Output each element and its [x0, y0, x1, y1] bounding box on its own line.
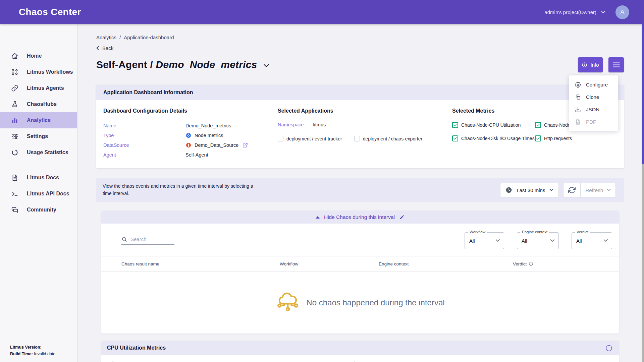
checkbox-label: deployment / chaos-exporter	[363, 136, 422, 141]
checkbox-label: deployment / event-tracker	[286, 136, 342, 141]
sidebar: Home Litmus Workflows Litmus Agents Chao…	[0, 24, 77, 362]
metric-checkbox-cpu-utilization[interactable]: Chaos-Node-CPU Utilization	[452, 122, 535, 128]
breadcrumb-separator: /	[119, 35, 121, 40]
sidebar-item-community[interactable]: Community	[0, 202, 77, 218]
menu-item-label: PDF	[586, 119, 596, 125]
workflows-icon	[11, 68, 18, 76]
cpu-metrics-title: CPU Utilization Metrics	[107, 345, 166, 351]
build-time-value: Invalid date	[34, 352, 55, 356]
external-link-icon[interactable]	[243, 142, 248, 148]
workflow-filter-select[interactable]: Workflow All	[465, 232, 504, 249]
app-header: Chaos Center admin's project(Owner) A	[0, 0, 644, 24]
menu-item-json[interactable]: JSON	[569, 103, 618, 116]
hide-chaos-toggle[interactable]: Hide Chaos during this interval	[101, 211, 619, 224]
sliders-icon	[11, 133, 18, 140]
sidebar-item-label: Litmus Workflows	[27, 69, 73, 75]
empty-state: No chaos happened during the interval	[101, 272, 619, 334]
caret-up-icon	[316, 216, 320, 219]
dashboard-info-title: Application Dashboard Information	[103, 89, 193, 96]
verdict-filter-select[interactable]: Verdict All	[572, 232, 612, 249]
scrollbar-thumb[interactable]	[642, 24, 644, 164]
breadcrumb: Analytics / Application-dashboard	[96, 34, 624, 40]
scrollbar	[642, 24, 644, 362]
menu-item-label: JSON	[586, 107, 599, 112]
info-button[interactable]: Info	[578, 57, 603, 72]
checkbox-checked-icon[interactable]	[452, 135, 458, 141]
back-button[interactable]: Back	[96, 45, 120, 51]
sidebar-item-home[interactable]: Home	[0, 48, 77, 64]
sidebar-nav: Home Litmus Workflows Litmus Agents Chao…	[0, 48, 77, 218]
dashboard-switcher[interactable]	[264, 62, 269, 67]
time-range-value: Last 30 mins	[517, 187, 545, 193]
breadcrumb-analytics[interactable]: Analytics	[96, 35, 116, 40]
flask-icon	[11, 101, 18, 108]
info-circle-icon	[529, 261, 533, 266]
search-input[interactable]	[130, 236, 171, 242]
chevron-down-icon	[264, 64, 269, 67]
gear-icon	[575, 82, 581, 88]
engine-context-filter-select[interactable]: Engine context All	[517, 232, 559, 249]
sidebar-item-label: Community	[27, 207, 56, 213]
prometheus-icon	[185, 142, 192, 148]
chaos-controls-row: Workflow All Engine context All Verdict …	[101, 224, 619, 251]
version-label: Litmus Version:	[10, 345, 42, 350]
bar-chart-icon	[11, 117, 18, 124]
checkbox-checked-icon[interactable]	[535, 122, 541, 128]
config-row-agent: Agent Self-Agent	[103, 151, 278, 158]
chaos-table-header: Chaos result name Workflow Engine contex…	[101, 256, 619, 272]
build-time-label: Build Time:	[10, 352, 33, 356]
back-label: Back	[102, 45, 113, 51]
sidebar-item-analytics[interactable]: Analytics	[0, 112, 77, 128]
sidebar-item-label: Usage Statistics	[27, 149, 68, 156]
project-selector[interactable]: admin's project(Owner)	[544, 9, 605, 15]
checkbox-unchecked-icon[interactable]	[278, 136, 283, 141]
checkbox-checked-icon[interactable]	[452, 122, 458, 128]
application-checkbox-chaos-exporter[interactable]: deployment / chaos-exporter	[354, 136, 422, 141]
link-icon	[11, 84, 18, 92]
chevron-down-icon	[601, 11, 605, 13]
menu-item-label: Configure	[586, 82, 608, 87]
column-verdict: Verdict	[513, 261, 527, 266]
avatar-initial: A	[621, 9, 624, 15]
interval-description: View the chaos events and metrics in a g…	[103, 183, 254, 197]
file-icon	[575, 119, 581, 125]
column-workflow: Workflow	[280, 261, 379, 266]
application-checkbox-event-tracker[interactable]: deployment / event-tracker	[278, 136, 342, 141]
collapse-section-button[interactable]	[605, 345, 612, 352]
minus-circle-icon	[605, 345, 612, 352]
sidebar-item-label: Litmus Agents	[27, 85, 64, 91]
metric-checkbox-disk-io-times[interactable]: Chaos-Node-Disk I/O Usage Times	[452, 135, 535, 141]
sidebar-item-litmus-docs[interactable]: Litmus Docs	[0, 170, 77, 186]
dashboard-info-header: Application Dashboard Information	[96, 85, 624, 100]
checkbox-unchecked-icon[interactable]	[354, 136, 360, 141]
dashboard-info-card: Application Dashboard Information Dashbo…	[96, 85, 624, 168]
time-range-select[interactable]: Last 30 mins	[500, 183, 559, 197]
sidebar-item-settings[interactable]: Settings	[0, 128, 77, 144]
scrollbar-track[interactable]	[642, 164, 644, 362]
sidebar-item-label: Home	[27, 53, 42, 59]
selected-applications-title: Selected Applications	[278, 108, 452, 114]
sidebar-item-litmus-agents[interactable]: Litmus Agents	[0, 80, 77, 96]
menu-item-label: Clone	[586, 94, 599, 100]
empty-message: No chaos happened during the interval	[306, 298, 444, 307]
search-box	[121, 236, 174, 245]
menu-item-clone[interactable]: Clone	[569, 91, 618, 103]
namespace-value: litmus	[313, 122, 326, 127]
config-details-column: Dashboard Configuration Details Name Dem…	[103, 108, 278, 161]
edit-pencil-icon[interactable]	[399, 215, 405, 220]
sidebar-item-usage-statistics[interactable]: Usage Statistics	[0, 144, 77, 161]
metric-checkbox-http-requests[interactable]: Http requests	[535, 135, 617, 141]
avatar[interactable]: A	[615, 5, 629, 19]
cpu-metrics-card: CPU Utilization Metrics	[101, 341, 619, 362]
sidebar-item-chaoshubs[interactable]: ChaosHubs	[0, 96, 77, 112]
refresh-now-button[interactable]	[563, 183, 581, 197]
hamburger-icon	[613, 62, 620, 67]
sidebar-item-litmus-workflows[interactable]: Litmus Workflows	[0, 64, 77, 80]
checkbox-checked-icon[interactable]	[535, 135, 541, 141]
download-icon	[575, 107, 581, 113]
sidebar-item-litmus-api-docs[interactable]: Litmus API Docs	[0, 186, 77, 202]
menu-item-configure[interactable]: Configure	[569, 78, 618, 91]
info-icon	[582, 62, 587, 68]
refresh-rate-select[interactable]: Refresh	[581, 183, 616, 197]
dashboard-menu-button[interactable]	[608, 57, 624, 72]
